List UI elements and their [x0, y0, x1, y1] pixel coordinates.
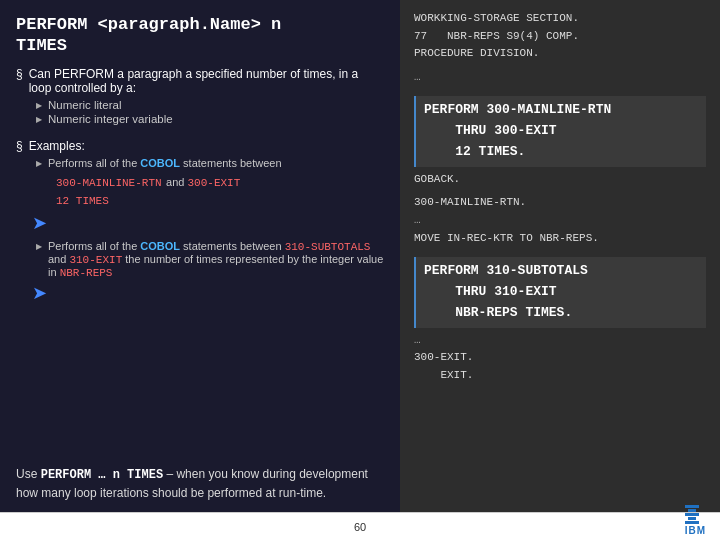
sub-bullet-variable: Numeric integer variable — [36, 113, 384, 125]
arrow-right-2: ➤ — [32, 283, 47, 303]
code-section-300-exit: … 300-EXIT. EXIT. — [414, 332, 706, 385]
code-perform-block-2: PERFORM 310-SUBTOTALS THRU 310-EXIT NBR-… — [414, 257, 706, 327]
code-thru-300: THRU 300-EXIT — [424, 121, 698, 142]
ibm-bar-4 — [688, 517, 696, 520]
example-2-text: Performs all of the COBOL statements bet… — [48, 240, 384, 279]
code-section-300-mainline: 300-MAINLINE-RTN. … MOVE IN-REC-KTR TO N… — [414, 194, 706, 247]
example-1-code: 300-MAINLINE-RTN and 300-EXIT 12 TIMES — [56, 172, 384, 208]
example-1-text: Performs all of the COBOL statements bet… — [48, 157, 282, 169]
title-times: TIMES — [16, 36, 67, 55]
ibm-letter-i — [685, 505, 699, 524]
code-300-mainline-rtn: 300-MAINLINE-RTN. — [414, 194, 706, 212]
left-panel: PERFORM <paragraph.Name> n TIMES Can PER… — [0, 0, 400, 512]
numeric-variable-label: Numeric integer variable — [48, 113, 173, 125]
bullet-main-text: Can PERFORM a paragraph a specified numb… — [16, 67, 384, 95]
right-panel: WORKKING-STORAGE SECTION. 77 NBR-REPS S9… — [400, 0, 720, 512]
bottom-code: PERFORM … n TIMES — [41, 468, 163, 482]
code-ellipsis-3: … — [414, 332, 706, 350]
and-1: and — [166, 176, 187, 188]
examples-title: Examples: — [16, 139, 384, 153]
cobol-1: COBOL — [140, 157, 180, 169]
page-container: PERFORM <paragraph.Name> n TIMES Can PER… — [0, 0, 720, 540]
ibm-bar-2 — [688, 509, 696, 512]
ibm-bar-3 — [685, 513, 699, 516]
arrow-right-1: ➤ — [32, 213, 47, 233]
spacer — [16, 310, 384, 457]
numeric-literal-label: Numeric literal — [48, 99, 122, 111]
examples-label: Examples: — [29, 139, 85, 153]
code-nbr-reps-def: 77 NBR-REPS S9(4) COMP. — [414, 28, 706, 46]
title-perform: PERFORM <paragraph.Name> n — [16, 15, 281, 34]
code-perform-block-1: PERFORM 300-MAINLINE-RTN THRU 300-EXIT 1… — [414, 96, 706, 166]
code-300-exit-label: 300-EXIT. — [414, 349, 706, 367]
sub-bullet-literal: Numeric literal — [36, 99, 384, 111]
code-nbr-reps: NBR-REPS — [60, 267, 113, 279]
code-section-ellipsis-1: … — [414, 69, 706, 87]
and-2: and — [48, 253, 69, 265]
code-nbr-reps-times: NBR-REPS TIMES. — [424, 303, 698, 324]
ibm-bar-5 — [685, 521, 699, 524]
example-1: Performs all of the COBOL statements bet… — [36, 157, 384, 169]
footer: 60 IBM — [0, 512, 720, 540]
examples-section: Examples: Performs all of the COBOL stat… — [16, 139, 384, 310]
page-number: 60 — [354, 521, 366, 533]
code-section-goback: GOBACK. — [414, 171, 706, 189]
ibm-bar-1 — [685, 505, 699, 508]
code-perform-300: PERFORM 300-MAINLINE-RTN — [424, 100, 698, 121]
code-12-times: 12 TIMES — [56, 195, 109, 207]
code-300-exit: 300-EXIT — [188, 177, 241, 189]
arrow-1: ➤ — [36, 212, 384, 234]
code-goback: GOBACK. — [414, 171, 706, 189]
code-300-mainline: 300-MAINLINE-RTN — [56, 177, 162, 189]
code-section-top: WORKKING-STORAGE SECTION. 77 NBR-REPS S9… — [414, 10, 706, 63]
main-content: PERFORM <paragraph.Name> n TIMES Can PER… — [0, 0, 720, 512]
code-workking: WORKKING-STORAGE SECTION. — [414, 10, 706, 28]
code-310-exit: 310-EXIT — [69, 254, 122, 266]
code-proc-div: PROCEDURE DIVISION. — [414, 45, 706, 63]
code-thru-310: THRU 310-EXIT — [424, 282, 698, 303]
left-title: PERFORM <paragraph.Name> n TIMES — [16, 14, 384, 57]
code-exit-stmt: EXIT. — [414, 367, 706, 385]
ibm-text: IBM — [685, 525, 706, 536]
code-310-subtotals: 310-SUBTOTALS — [285, 241, 371, 253]
code-ellipsis-1: … — [414, 69, 706, 87]
cobol-2: COBOL — [140, 240, 180, 252]
ibm-stripes — [685, 505, 706, 524]
code-12-times-right: 12 TIMES. — [424, 142, 698, 163]
code-move: MOVE IN-REC-KTR TO NBR-REPS. — [414, 230, 706, 248]
example-2: Performs all of the COBOL statements bet… — [36, 240, 384, 279]
code-ellipsis-2: … — [414, 212, 706, 230]
arrow-2: ➤ — [36, 282, 384, 304]
code-perform-310: PERFORM 310-SUBTOTALS — [424, 261, 698, 282]
sub-bullets-numeric: Numeric literal Numeric integer variable — [36, 99, 384, 125]
ibm-logo: IBM — [685, 505, 706, 536]
bullet-section-can-perform: Can PERFORM a paragraph a specified numb… — [16, 67, 384, 129]
can-perform-text: Can PERFORM a paragraph a specified numb… — [29, 67, 384, 95]
bottom-text: Use PERFORM … n TIMES – when you know du… — [16, 465, 384, 502]
